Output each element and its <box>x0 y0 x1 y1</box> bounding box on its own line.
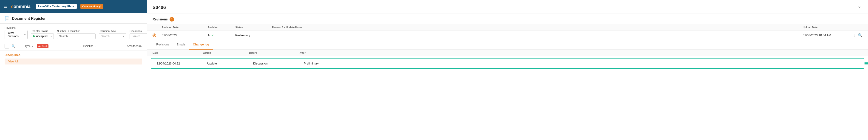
download-icon[interactable]: ↓ <box>17 44 19 48</box>
changelog-after-header: After <box>300 51 350 54</box>
document-title: S0406 <box>153 5 166 10</box>
arch-label: Architectural <box>127 44 142 48</box>
sort-discipline-arrow-icon: ↑ <box>80 45 81 47</box>
download-revision-icon[interactable]: ↓ <box>854 33 856 37</box>
sort-type-label: Type <box>25 44 31 48</box>
number-desc-label: Number / description <box>57 30 96 32</box>
status-col-header: Status <box>235 26 272 29</box>
sort-type-chevron-icon: ▾ <box>32 45 33 48</box>
register-status-label: Register Status <box>31 30 54 32</box>
search-icon[interactable]: 🔍 <box>11 44 16 48</box>
green-arrow-container: ➡ <box>864 59 868 68</box>
revisions-filter-group: Revisions Latest Revisions ▾ <box>5 26 28 39</box>
revision-actions: ↓ 🔍 <box>849 33 863 37</box>
revision-upload-date-value: 31/03/2023 10:34 AM <box>803 34 849 37</box>
project-badge[interactable]: Lsun004 - Canterbury Plaza <box>36 4 76 9</box>
changelog-date-header: Date <box>153 51 203 54</box>
tab-emails[interactable]: Emails <box>173 40 189 49</box>
changelog-after-value: Preliminary <box>304 62 354 65</box>
doc-type-filter-group: Document type Search ▾ <box>99 30 126 39</box>
logo-ommnia: ommnia <box>13 4 31 9</box>
revision-radio[interactable] <box>153 34 156 37</box>
revisions-count-badge: 1 <box>169 17 174 22</box>
revisions-text: Revisions <box>153 18 168 21</box>
disciplines-title: Disciplines <box>5 53 142 57</box>
view-all-button[interactable]: View All <box>5 59 142 65</box>
project-name: Lsun004 - Canterbury Plaza <box>38 5 74 8</box>
number-desc-input[interactable] <box>57 33 96 39</box>
left-panel: ☰ commnia Lsun004 - Canterbury Plaza Con… <box>0 0 147 140</box>
document-icon: 📄 <box>5 16 10 21</box>
revisions-label: Revisions 1 <box>153 17 863 22</box>
sort-discipline-chevron-icon: ▾ <box>94 45 96 48</box>
revisions-section-header: Revisions 1 <box>147 14 868 24</box>
select-all-checkbox[interactable] <box>5 44 9 48</box>
logo-c: c <box>11 4 13 9</box>
sort-type-arrow-icon: ↑ <box>23 45 24 47</box>
number-desc-filter-group: Number / description <box>57 30 96 39</box>
doc-type-placeholder: Search <box>101 35 110 38</box>
revision-date-value: 31/03/2023 <box>162 34 208 37</box>
revisions-select[interactable]: Latest Revisions ▾ <box>5 30 28 39</box>
sort-discipline-btn[interactable]: ↑ Discipline ▾ <box>78 44 97 48</box>
construction-badge[interactable]: Construction ⇄ <box>81 4 103 9</box>
changelog-date-value: 12/04/2023 04:22 <box>157 62 207 65</box>
badge-arrows-icon: ⇄ <box>99 5 101 8</box>
radio-inner <box>153 34 155 36</box>
logo-area: commnia <box>11 4 30 9</box>
revision-status-value: Preliminary <box>235 34 272 37</box>
tabs-row: Revisions Emails Change log <box>147 40 868 49</box>
actions-col-header <box>849 26 863 29</box>
revision-letter-value: A ✓ <box>208 34 235 37</box>
tab-changelog[interactable]: Change log <box>189 40 213 49</box>
search-revision-icon[interactable]: 🔍 <box>858 33 863 37</box>
revision-row: 31/03/2023 A ✓ Preliminary 31/03/2023 10… <box>147 31 868 40</box>
close-button[interactable]: × <box>856 4 863 11</box>
toolbar-icons: 🔍 ↓ <box>11 44 19 48</box>
reason-col-header: Reason for Update/Notes <box>272 26 803 29</box>
register-status-value: Accepted <box>36 35 48 38</box>
doc-register-title: Document Register <box>12 16 46 21</box>
changelog-more-options[interactable]: ⋮ <box>847 61 858 66</box>
filters-row: Revisions Latest Revisions ▾ Register St… <box>0 24 147 42</box>
revisions-value: Latest Revisions <box>7 31 23 38</box>
changelog-action-value: Update <box>207 62 253 65</box>
doc-register-header: 📄 Document Register <box>0 13 147 24</box>
accepted-dot <box>33 35 35 37</box>
sort-type-btn[interactable]: ↑ Type ▾ <box>21 44 34 48</box>
revisions-table-header: Revision Date Revision Status Reason for… <box>147 24 868 31</box>
right-header: S0406 × <box>147 0 868 14</box>
register-status-chevron-icon: ▾ <box>51 35 52 38</box>
revisions-chevron-icon: ▾ <box>24 34 26 36</box>
as-built-badge: As Built <box>37 44 49 48</box>
tab-revisions[interactable]: Revisions <box>153 40 173 49</box>
revisions-label: Revisions <box>5 26 28 29</box>
construction-label: Construction <box>82 5 98 8</box>
doc-type-select[interactable]: Search ▾ <box>99 33 126 39</box>
green-arrow-icon: ➡ <box>864 59 868 68</box>
doc-type-chevron-icon: ▾ <box>123 35 124 38</box>
changelog-before-value: Discussion <box>253 62 304 65</box>
logo-text: commnia <box>11 4 30 9</box>
changelog-table: Date Action Before After 12/04/2023 04:2… <box>147 49 868 140</box>
changelog-row-container: 12/04/2023 04:22 Update Discussion Preli… <box>147 58 868 69</box>
changelog-action-header: Action <box>203 51 249 54</box>
changelog-row: 12/04/2023 04:22 Update Discussion Preli… <box>151 58 864 69</box>
rev-date-header <box>153 26 162 29</box>
changelog-header: Date Action Before After <box>147 49 868 56</box>
revision-date-col-header: Revision Date <box>162 26 208 29</box>
top-nav: ☰ commnia Lsun004 - Canterbury Plaza Con… <box>0 0 147 13</box>
register-status-select[interactable]: Accepted ▾ <box>31 33 54 39</box>
upload-date-col-header: Upload Date <box>803 26 849 29</box>
disciplines-section: Disciplines View All <box>0 50 147 67</box>
right-panel: S0406 × Revisions 1 Revision Date Revisi… <box>147 0 868 140</box>
changelog-actions-header <box>851 51 863 54</box>
table-toolbar: 🔍 ↓ ↑ Type ▾ As Built ↑ Discipline ▾ Arc… <box>0 42 147 50</box>
check-icon: ✓ <box>211 34 214 37</box>
revision-col-header: Revision <box>208 26 235 29</box>
doc-type-label: Document type <box>99 30 126 32</box>
sort-discipline-label: Discipline <box>82 44 94 48</box>
changelog-before-header: Before <box>249 51 300 54</box>
changelog-empty-header <box>350 51 851 54</box>
hamburger-icon[interactable]: ☰ <box>4 4 7 9</box>
